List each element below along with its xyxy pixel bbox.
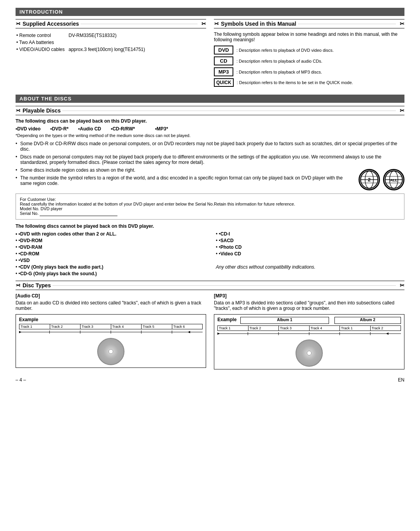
cannot-dvd-rom: •DVD-ROM (16, 238, 204, 243)
serial-number-field[interactable] (40, 211, 117, 216)
accessory-label: • Remote control (16, 32, 68, 39)
can-play-header: The following discs can be played back o… (16, 118, 404, 124)
accessory-value (68, 39, 148, 46)
playable-discs-panel: Playable Discs The following discs can b… (16, 106, 404, 278)
region-circle-2: 2 (359, 169, 380, 190)
symbol-quick-row: QUICK : Description refers to the items … (214, 78, 404, 87)
accessory-value: DV-RM335E(TS18332) (68, 32, 148, 39)
cannot-play-right-col: •CD-I •SACD •Photo CD •Video CD Any othe… (216, 231, 404, 278)
mp3-tracks: Track 1 Track 2 Track 3 Track 4 Track 1 … (217, 325, 401, 331)
svg-marker-21 (217, 332, 220, 335)
table-row: • Two AA batteries (16, 39, 148, 46)
track-cell: Track 1 (340, 326, 371, 331)
accessory-label: • VIDEO/AUDIO cables (16, 46, 68, 53)
disc-hole (108, 349, 113, 354)
track-cell: Track 1 (218, 326, 248, 331)
scissors-left-icon-3 (16, 107, 23, 114)
mp3-desc: Data on a MP3 is divided into sections c… (214, 300, 404, 311)
cd-desc: : Description refers to playback of audi… (236, 59, 322, 63)
audio-cd-track-diagram: Track 1 Track 2 Track 3 Track 4 Track 5 … (19, 324, 203, 336)
audio-cd-tracks: Track 1 Track 2 Track 3 Track 4 Track 5 … (19, 324, 203, 329)
scissors-right-icon (199, 21, 206, 27)
svg-marker-13 (19, 331, 21, 333)
italic-note: Any other discs without compatibility in… (216, 264, 404, 270)
audio-cd-arrows-svg (19, 329, 203, 335)
track-cell: Track 5 (142, 324, 172, 329)
about-discs-section: ABOUT THE DISCS Playable Discs The follo… (16, 95, 404, 369)
accessories-list: • Remote control DV-RM335E(TS18332) • Tw… (16, 32, 206, 53)
accessory-value: approx.3 feet(100cm) long(TE14751) (68, 46, 148, 53)
track-cell: Track 2 (50, 324, 81, 329)
audio-cd-example: Example Track 1 Track 2 Track 3 Track 4 … (16, 314, 206, 368)
customer-line-2: Read carefully the information located a… (20, 202, 400, 206)
accessories-table: • Remote control DV-RM335E(TS18332) • Tw… (16, 32, 149, 53)
supplied-accessories-title: Supplied Accessories (23, 21, 79, 27)
track-cell: Track 3 (80, 324, 111, 329)
disc-type-audio-cd: •Audio CD (75, 126, 101, 132)
dvd-desc: : Description refers to playback of DVD … (236, 48, 334, 53)
audio-cd-col: [Audio CD] Data on an audio CD is divide… (16, 293, 206, 369)
introduction-header: INTRODUCTION (16, 8, 404, 16)
cannot-dvd-region: •DVD with region codes other than 2 or A… (16, 231, 204, 237)
introduction-section: INTRODUCTION Supplied Accessories • Remo… (16, 8, 404, 89)
symbol-mp3-row: MP3 : Description refers to playback of … (214, 67, 404, 76)
dvd-badge: DVD (214, 46, 233, 55)
header-bar-2 (298, 24, 396, 24)
cannot-play-columns: •DVD with region codes other than 2 or A… (16, 231, 404, 278)
cannot-cd-rom: •CD-ROM (16, 251, 204, 257)
scissors-left-icon (16, 21, 23, 27)
symbols-intro-text: The following symbols appear below in so… (214, 32, 404, 42)
customer-line-3: Model No. DVD player (20, 206, 400, 211)
symbol-dvd-row: DVD : Description refers to playback of … (214, 46, 404, 55)
cannot-sacd: •SACD (216, 238, 404, 243)
region-text: Some discs include region codes as shown… (16, 167, 355, 188)
playable-discs-header: Playable Discs (16, 106, 404, 115)
mp3-col: [MP3] Data on a MP3 is divided into sect… (214, 293, 404, 369)
album1-label: Album 1 (240, 317, 329, 324)
scissors-right-icon-3 (397, 107, 404, 114)
scissors-left-icon-4 (16, 282, 23, 288)
svg-text:ALL: ALL (390, 178, 397, 182)
customer-line-4: Serial No. (20, 211, 400, 216)
track-cell: Track 1 (19, 324, 50, 329)
cannot-dvd-ram: •DVD-RAM (16, 244, 204, 250)
cannot-cdg: •CD-G (Only plays back the sound.) (16, 271, 204, 276)
track-cell: Track 4 (310, 326, 340, 331)
customer-line-1: For Customer Use: (20, 197, 400, 202)
note-2: Discs made on personal computers may not… (16, 154, 404, 165)
header-bar-3 (62, 111, 396, 111)
mp3-example: Example Album 1 Album 2 Track 1 Track 2 … (214, 314, 404, 369)
region-icons: 2 ALL (359, 169, 404, 190)
spacer (329, 317, 334, 324)
disc-type-mp3: •MP3* (142, 126, 168, 132)
header-bar (80, 24, 198, 24)
audio-cd-label: [Audio CD] (16, 293, 206, 299)
asterisk-note: *Depending on the types or the writing m… (16, 133, 404, 138)
mp3-label: [MP3] (214, 293, 404, 299)
disc-types-title: Disc Types (23, 282, 51, 288)
header-bar-4 (52, 285, 396, 286)
album2-label: Album 2 (334, 317, 401, 324)
note-1: Some DVD-R or CD-R/RW discs made on pers… (16, 141, 404, 152)
disc-type-cdrw: •CD-R/RW* (108, 126, 135, 132)
accessory-label: • Two AA batteries (16, 39, 68, 46)
region-globe-all-svg: ALL (384, 169, 403, 190)
supplied-accessories-header: Supplied Accessories (16, 19, 206, 28)
cd-badge: CD (214, 56, 233, 65)
quick-desc: : Description refers to the items to be … (237, 80, 353, 85)
region-globe-2-svg: 2 (360, 169, 379, 190)
symbol-cd-row: CD : Description refers to playback of a… (214, 56, 404, 65)
scissors-right-icon-4 (397, 282, 404, 288)
mp3-desc: : Description refers to playback of MP3 … (236, 70, 322, 74)
disc-hole-2 (307, 351, 312, 355)
mp3-disc-shape (296, 339, 323, 367)
language-indicator: EN (398, 377, 404, 383)
table-row: • VIDEO/AUDIO cables approx.3 feet(100cm… (16, 46, 148, 53)
cannot-cdi: •CD-I (216, 231, 404, 237)
track-cell: Track 2 (248, 326, 279, 331)
mp3-example-label: Example (217, 317, 236, 322)
symbols-header: Symbols Used in this Manual (214, 19, 404, 28)
symbols-panel: Symbols Used in this Manual The followin… (214, 19, 404, 89)
mp3-badge: MP3 (214, 67, 233, 76)
cd-disc-shape (97, 338, 124, 365)
